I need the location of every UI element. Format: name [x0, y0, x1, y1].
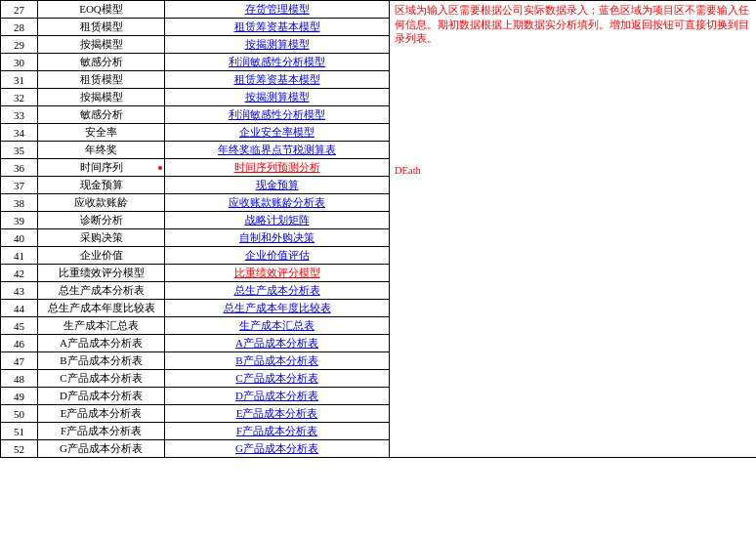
row-number: 36 — [1, 159, 38, 177]
row-category: 租赁模型 — [38, 19, 165, 36]
row-category: EOQ模型 — [38, 1, 165, 19]
row-category: G产品成本分析表 — [38, 440, 165, 458]
row-category: 诊断分析 — [38, 212, 165, 229]
row-number: 29 — [1, 36, 38, 54]
row-category: 敏感分析 — [38, 54, 165, 71]
row-number: 27 — [1, 1, 38, 19]
row-category: D产品成本分析表 — [38, 388, 165, 405]
row-number: 42 — [1, 265, 38, 282]
row-category: A产品成本分析表 — [38, 335, 165, 352]
row-number: 46 — [1, 335, 38, 352]
row-category: 敏感分析 — [38, 106, 165, 124]
main-container: 27EOQ模型存货管理模型区域为输入区需要根据公司实际数据录入；蓝色区域为项目区… — [0, 0, 756, 458]
row-category: F产品成本分析表 — [38, 423, 165, 440]
row-category: 现金预算 — [38, 177, 165, 194]
row-link[interactable]: 自制和外购决策 — [165, 229, 390, 247]
row-link[interactable]: 按揭测算模型 — [165, 89, 390, 106]
row-number: 38 — [1, 194, 38, 212]
row-number: 34 — [1, 124, 38, 142]
row-link[interactable]: 企业安全率模型 — [165, 124, 390, 142]
row-link[interactable]: B产品成本分析表 — [165, 352, 390, 370]
row-category: 总生产成本年度比较表 — [38, 300, 165, 317]
row-category: 采购决策 — [38, 229, 165, 247]
row-link[interactable]: D产品成本分析表 — [165, 388, 390, 405]
row-category: 时间序列 — [38, 159, 165, 177]
row-link[interactable]: 总生产成本分析表 — [165, 282, 390, 300]
row-link[interactable]: 现金预算 — [165, 177, 390, 194]
row-category: 按揭模型 — [38, 89, 165, 106]
row-number: 43 — [1, 282, 38, 300]
row-link[interactable]: 存货管理模型 — [165, 1, 390, 19]
row-number: 32 — [1, 89, 38, 106]
row-number: 45 — [1, 317, 38, 335]
row-link[interactable]: 利润敏感性分析模型 — [165, 106, 390, 124]
note-text: 区域为输入区需要根据公司实际数据录入；蓝色区域为项目区不需要输入任何信息。期初数… — [395, 5, 749, 44]
data-table: 27EOQ模型存货管理模型区域为输入区需要根据公司实际数据录入；蓝色区域为项目区… — [0, 0, 756, 458]
row-link[interactable]: 利润敏感性分析模型 — [165, 54, 390, 71]
row-number: 39 — [1, 212, 38, 229]
row-number: 48 — [1, 370, 38, 388]
row-category: 应收款账龄 — [38, 194, 165, 212]
row-category: 生产成本汇总表 — [38, 317, 165, 335]
row-number: 47 — [1, 352, 38, 370]
row-link[interactable]: 时间序列预测分析 — [165, 159, 390, 177]
row-category: 安全率 — [38, 124, 165, 142]
row-number: 51 — [1, 423, 38, 440]
row-category: 按揭模型 — [38, 36, 165, 54]
row-category: 租赁模型 — [38, 71, 165, 89]
table-row: 27EOQ模型存货管理模型区域为输入区需要根据公司实际数据录入；蓝色区域为项目区… — [1, 1, 757, 19]
row-number: 31 — [1, 71, 38, 89]
row-number: 49 — [1, 388, 38, 405]
row-number: 28 — [1, 19, 38, 36]
row-category: 总生产成本分析表 — [38, 282, 165, 300]
row-number: 40 — [1, 229, 38, 247]
row-category: 企业价值 — [38, 247, 165, 265]
row-link[interactable]: 按揭测算模型 — [165, 36, 390, 54]
row-link[interactable]: 租赁筹资基本模型 — [165, 71, 390, 89]
row-category: B产品成本分析表 — [38, 352, 165, 370]
row-category: C产品成本分析表 — [38, 370, 165, 388]
row-link[interactable]: 战略计划矩阵 — [165, 212, 390, 229]
note-extra: DEath — [395, 164, 751, 179]
row-number: 50 — [1, 405, 38, 423]
row-link[interactable]: 比重绩效评分模型 — [165, 265, 390, 282]
row-link[interactable]: 应收账款账龄分析表 — [165, 194, 390, 212]
row-number: 41 — [1, 247, 38, 265]
row-number: 52 — [1, 440, 38, 458]
row-category: 年终奖 — [38, 142, 165, 159]
note-cell: 区域为输入区需要根据公司实际数据录入；蓝色区域为项目区不需要输入任何信息。期初数… — [390, 1, 757, 458]
row-link[interactable]: A产品成本分析表 — [165, 335, 390, 352]
row-link[interactable]: 租赁筹资基本模型 — [165, 19, 390, 36]
row-link[interactable]: C产品成本分析表 — [165, 370, 390, 388]
row-number: 44 — [1, 300, 38, 317]
row-category: 比重绩效评分模型 — [38, 265, 165, 282]
row-link[interactable]: 年终奖临界点节税测算表 — [165, 142, 390, 159]
row-number: 35 — [1, 142, 38, 159]
row-link[interactable]: G产品成本分析表 — [165, 440, 390, 458]
row-number: 30 — [1, 54, 38, 71]
row-number: 33 — [1, 106, 38, 124]
row-link[interactable]: 总生产成本年度比较表 — [165, 300, 390, 317]
row-number: 37 — [1, 177, 38, 194]
row-link[interactable]: 生产成本汇总表 — [165, 317, 390, 335]
row-link[interactable]: E产品成本分析表 — [165, 405, 390, 423]
row-link[interactable]: 企业价值评估 — [165, 247, 390, 265]
row-category: E产品成本分析表 — [38, 405, 165, 423]
row-link[interactable]: F产品成本分析表 — [165, 423, 390, 440]
